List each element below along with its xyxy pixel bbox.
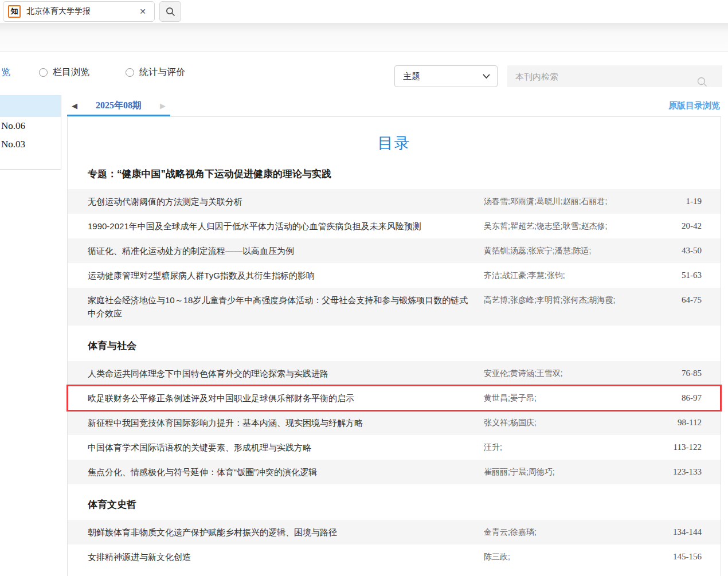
- tab-current-issue[interactable]: 2025年08期: [96, 100, 142, 112]
- issue-tab-group: ◀ 2025年08期 ▶: [67, 96, 170, 116]
- section-header: 专题：“健康中国”战略视角下运动促进健康的理论与实践: [88, 167, 702, 181]
- article-pages: 98-112: [647, 416, 721, 429]
- article-row[interactable]: 中国体育学术国际话语权的关键要素、形成机理与实践方略汪升;113-122: [68, 435, 721, 460]
- article-pages: 1-19: [647, 195, 721, 208]
- article-authors: 汤春雪;邓雨潇;葛晓川;赵丽;石丽君;: [484, 195, 647, 208]
- article-row[interactable]: 人类命运共同体理念下中国特色体育外交的理论探索与实践进路安亚伦;黄诗涵;王雪双;…: [68, 361, 721, 386]
- article-authors: 齐洁;战江豪;李慧;张钧;: [484, 269, 647, 282]
- article-pages: 20-42: [647, 220, 721, 233]
- article-title[interactable]: 运动健康管理对2型糖尿病人群TyG指数及其衍生指标的影响: [68, 269, 484, 282]
- article-row[interactable]: 无创运动代谢阈值的方法测定与关联分析汤春雪;邓雨潇;葛晓川;赵丽;石丽君;1-1…: [68, 189, 721, 214]
- article-row[interactable]: 运动健康管理对2型糖尿病人群TyG指数及其衍生指标的影响齐洁;战江豪;李慧;张钧…: [68, 263, 721, 288]
- article-row[interactable]: 家庭社会经济地位与10～18岁儿童青少年中高强度身体活动：父母社会支持和参与锻炼…: [68, 288, 721, 326]
- nav-option-label: 统计与评价: [139, 66, 185, 79]
- in-journal-search: [507, 65, 722, 87]
- nav-option-1[interactable]: 栏目浏览: [39, 66, 89, 79]
- article-authors: 张义祥;杨国庆;: [484, 416, 647, 429]
- article-authors: 黄世昌;晏子昂;: [484, 391, 647, 405]
- article-row[interactable]: 循证化、精准化运动处方的制定流程——以高血压为例黄箔钏;汤蕊;张宸宁;潘慧;陈适…: [68, 238, 721, 263]
- article-authors: 汪升;: [484, 441, 647, 454]
- article-authors: 陈三政;: [484, 550, 647, 563]
- article-title[interactable]: 循证化、精准化运动处方的制定流程——以高血压为例: [68, 244, 484, 257]
- article-title[interactable]: 人类命运共同体理念下中国特色体育外交的理论探索与实践进路: [68, 367, 484, 380]
- article-pages: 145-156: [647, 550, 721, 563]
- article-pages: 134-144: [647, 526, 721, 539]
- original-toc-link[interactable]: 原版目录浏览: [668, 100, 720, 111]
- article-row[interactable]: 欧足联财务公平修正条例述评及对中国职业足球俱乐部财务平衡的启示黄世昌;晏子昂;8…: [68, 386, 721, 410]
- next-issue-icon[interactable]: ▶: [160, 102, 166, 109]
- article-pages: 76-85: [647, 367, 721, 380]
- article-row[interactable]: 新征程中我国竞技体育国际影响力提升：基本内涵、现实困境与纾解方略张义祥;杨国庆;…: [68, 410, 721, 435]
- article-title[interactable]: 焦点分化、情感极化与符号延伸：体育“饭圈”冲突的演化逻辑: [68, 465, 484, 479]
- section-header: 体育文史哲: [88, 498, 702, 511]
- sidebar-item[interactable]: [0, 95, 61, 117]
- toc-title: 目录: [68, 133, 721, 154]
- article-row[interactable]: 朝鲜族体育非物质文化遗产保护赋能乡村振兴的逻辑、困境与路径金青云;徐嘉璘;134…: [68, 520, 721, 544]
- issue-sidebar: No.06No.03: [0, 95, 61, 170]
- prev-issue-icon[interactable]: ◀: [72, 102, 77, 109]
- article-pages: 43-50: [647, 244, 721, 257]
- top-bar: 知 北京体育大学学报 ✕: [0, 0, 728, 23]
- radio-icon[interactable]: [126, 68, 134, 77]
- sidebar-item[interactable]: No.06: [0, 117, 61, 135]
- header-band: [0, 23, 728, 52]
- article-authors: 吴东哲;瞿超艺;饶志坚;耿雪;赵杰修;: [484, 220, 647, 233]
- issue-tabbar: ◀ 2025年08期 ▶ 原版目录浏览: [67, 96, 721, 116]
- article-title[interactable]: 女排精神源进与新文化创造: [68, 550, 484, 563]
- journal-search-box[interactable]: 知 北京体育大学学报 ✕: [3, 1, 155, 22]
- article-title[interactable]: 家庭社会经济地位与10～18岁儿童青少年中高强度身体活动：父母社会支持和参与锻炼…: [68, 293, 484, 320]
- article-authors: 黄箔钏;汤蕊;张宸宁;潘慧;陈适;: [484, 244, 647, 257]
- article-title[interactable]: 朝鲜族体育非物质文化遗产保护赋能乡村振兴的逻辑、困境与路径: [68, 526, 484, 539]
- sidebar-item[interactable]: No.03: [0, 135, 61, 154]
- article-authors: 安亚伦;黄诗涵;王雪双;: [484, 367, 647, 380]
- toc-panel: 目录 专题：“健康中国”战略视角下运动促进健康的理论与实践无创运动代谢阈值的方法…: [67, 116, 721, 576]
- article-title[interactable]: 新征程中我国竞技体育国际影响力提升：基本内涵、现实困境与纾解方略: [68, 416, 484, 429]
- search-icon: [166, 7, 175, 17]
- article-pages: 113-122: [647, 441, 721, 454]
- nav-option-label: 栏目浏览: [53, 66, 89, 79]
- section-rows: 人类命运共同体理念下中国特色体育外交的理论探索与实践进路安亚伦;黄诗涵;王雪双;…: [68, 361, 721, 484]
- article-title[interactable]: 中国体育学术国际话语权的关键要素、形成机理与实践方略: [68, 441, 484, 454]
- article-row[interactable]: 焦点分化、情感极化与符号延伸：体育“饭圈”冲突的演化逻辑崔丽丽;宁晨;周德巧;1…: [68, 460, 721, 484]
- radio-icon[interactable]: [39, 68, 48, 77]
- article-authors: 金青云;徐嘉璘;: [484, 526, 647, 539]
- section-rows: 朝鲜族体育非物质文化遗产保护赋能乡村振兴的逻辑、困境与路径金青云;徐嘉璘;134…: [68, 520, 721, 569]
- nav-option-2[interactable]: 统计与评价: [126, 66, 185, 79]
- cnki-logo-icon: 知: [8, 5, 21, 18]
- section-rows: 无创运动代谢阈值的方法测定与关联分析汤春雪;邓雨潇;葛晓川;赵丽;石丽君;1-1…: [68, 189, 721, 326]
- clear-icon[interactable]: ✕: [139, 7, 146, 16]
- article-pages: 64-75: [647, 293, 721, 307]
- section-header: 体育与社会: [88, 339, 702, 352]
- article-pages: 51-63: [647, 269, 721, 282]
- field-select[interactable]: 主题: [394, 65, 498, 87]
- article-pages: 123-133: [647, 465, 721, 479]
- article-row[interactable]: 女排精神源进与新文化创造陈三政;145-156: [68, 544, 721, 569]
- browse-mode-options: 栏目浏览统计与评价: [39, 66, 185, 79]
- filter-row: 览 栏目浏览统计与评价 主题: [0, 53, 728, 95]
- article-row[interactable]: 1990-2021年中国及全球成年人归因于低水平体力活动的心血管疾病负担及未来风…: [68, 214, 721, 238]
- article-title[interactable]: 无创运动代谢阈值的方法测定与关联分析: [68, 195, 484, 208]
- search-button[interactable]: [159, 1, 181, 22]
- article-authors: 高艺博;张彦峰;李明哲;张何杰;胡海霞;: [484, 293, 647, 307]
- article-title[interactable]: 欧足联财务公平修正条例述评及对中国职业足球俱乐部财务平衡的启示: [68, 391, 484, 405]
- article-pages: 86-97: [647, 391, 721, 405]
- chevron-down-icon: [483, 74, 497, 79]
- article-title[interactable]: 1990-2021年中国及全球成年人归因于低水平体力活动的心血管疾病负担及未来风…: [68, 220, 484, 233]
- article-authors: 崔丽丽;宁晨;周德巧;: [484, 465, 647, 479]
- nav-item-issue-browse[interactable]: 览: [1, 66, 10, 79]
- journal-search-value[interactable]: 北京体育大学学报: [26, 6, 139, 17]
- field-select-value: 主题: [395, 71, 483, 82]
- in-journal-search-input[interactable]: [507, 65, 722, 87]
